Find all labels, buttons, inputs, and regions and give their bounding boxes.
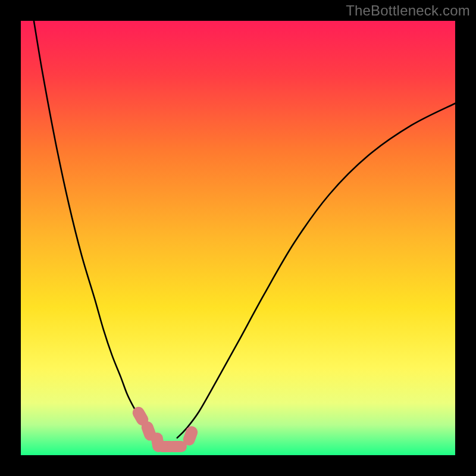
watermark-label: TheBottleneck.com (346, 2, 470, 19)
curve-layer (21, 21, 455, 455)
plot-area (21, 21, 455, 455)
curve-right-branch (177, 104, 455, 438)
curve-left-branch (34, 21, 160, 438)
chart-frame: TheBottleneck.com (0, 0, 476, 476)
